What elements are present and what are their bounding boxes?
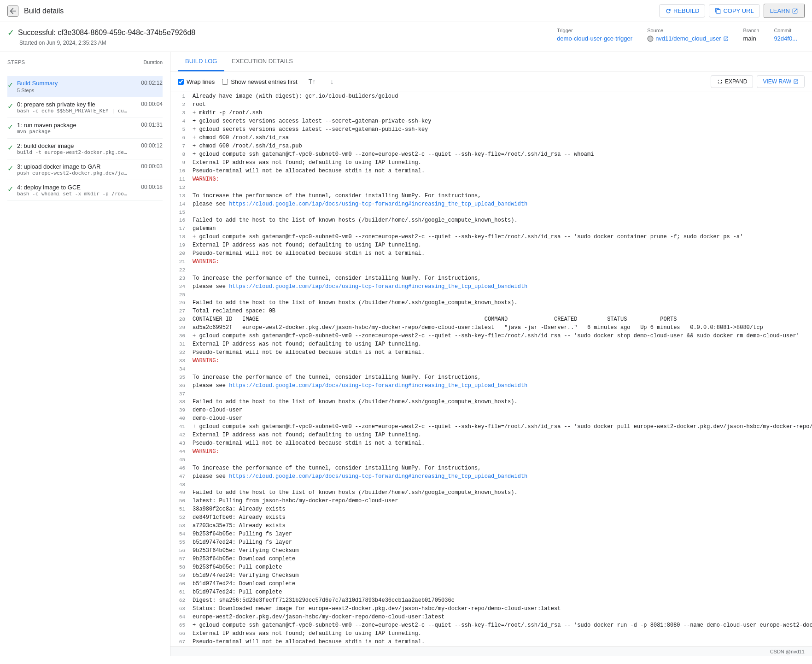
step-item[interactable]: ✓4: deploy image to GCEbash -c whoami se…	[7, 180, 163, 201]
step-item[interactable]: ✓1: run maven packagemvn package00:01:31	[7, 118, 163, 139]
source-link[interactable]: nvd11/demo_cloud_user	[647, 35, 728, 42]
log-link[interactable]: https://cloud.google.com/iap/docs/using-…	[229, 382, 527, 389]
line-number: 28	[170, 315, 189, 323]
line-text: 38a980f2cc8a: Already exists	[189, 505, 812, 513]
log-row: 27Total reclaimed space: 0B	[170, 307, 812, 315]
line-number: 36	[170, 382, 189, 390]
show-newest-checkbox[interactable]: Show newest entries first	[222, 78, 298, 85]
line-number: 61	[170, 588, 189, 596]
line-text: + gcloud compute ssh gateman@tf-vpc0-sub…	[189, 621, 812, 629]
step-duration: 00:00:03	[141, 163, 163, 170]
line-number: 65	[170, 621, 189, 629]
line-text: Pseudo-terminal will not be allocated be…	[189, 348, 812, 357]
line-number: 2	[170, 100, 189, 109]
step-item[interactable]: ✓0: prepare ssh private key filebash -c …	[7, 97, 163, 118]
line-text: b51d9747ed24: Verifying Checksum	[189, 571, 812, 580]
step-item[interactable]: ✓Build Summary5 Steps00:02:12	[7, 76, 163, 97]
step-duration: 00:00:12	[141, 142, 163, 149]
line-number: 52	[170, 513, 189, 522]
step-success-icon: ✓	[7, 81, 13, 89]
log-row: 63Status: Downloaded newer image for eur…	[170, 605, 812, 613]
line-number: 51	[170, 505, 189, 513]
wrap-lines-checkbox[interactable]: Wrap lines	[178, 78, 215, 85]
line-text: Digest: sha256:5d23e3fecff71231b29dcc57d…	[189, 596, 812, 605]
log-row: 32Pseudo-terminal will not be allocated …	[170, 348, 812, 357]
line-number: 47	[170, 472, 189, 481]
log-row: 36please see https://cloud.google.com/ia…	[170, 382, 812, 390]
log-row: 25	[170, 291, 812, 299]
line-number: 42	[170, 431, 189, 439]
view-raw-button[interactable]: VIEW RAW	[757, 75, 805, 88]
tab-build-log[interactable]: BUILD LOG	[178, 52, 224, 71]
nav-actions: REBUILD COPY URL LEARN	[659, 4, 805, 18]
line-text: Pseudo-terminal will not be allocated be…	[189, 638, 812, 646]
log-row: 22	[170, 266, 812, 274]
line-number: 48	[170, 481, 189, 489]
step-name: Build Summary	[17, 80, 137, 87]
font-increase-button[interactable]: T↑	[305, 76, 320, 87]
branch-meta: Branch main	[743, 28, 759, 42]
log-lines: 1Already have image (with digest): gcr.i…	[170, 92, 812, 646]
duration-header: Duration	[143, 59, 163, 71]
tab-execution-details[interactable]: EXECUTION DETAILS	[224, 52, 300, 71]
log-row: 39demo-cloud-user	[170, 406, 812, 414]
log-link[interactable]: https://cloud.google.com/iap/docs/using-…	[229, 473, 527, 480]
step-name: 4: deploy image to GCE	[17, 184, 137, 191]
log-content[interactable]: 1Already have image (with digest): gcr.i…	[170, 92, 812, 646]
line-number: 17	[170, 224, 189, 233]
line-number: 8	[170, 150, 189, 159]
line-text: + gcloud secrets versions access latest …	[189, 117, 812, 125]
log-row: 66External IP address was not found; def…	[170, 629, 812, 638]
log-link[interactable]: https://cloud.google.com/iap/docs/using-…	[229, 283, 527, 290]
line-text	[189, 208, 812, 217]
expand-button[interactable]: EXPAND	[711, 75, 753, 88]
line-text	[189, 266, 812, 274]
step-name: 2: build docker image	[17, 142, 137, 149]
learn-button[interactable]: LEARN	[764, 4, 805, 18]
line-text: b51d9747ed24: Pulling fs layer	[189, 538, 812, 546]
step-success-icon: ✓	[7, 102, 13, 111]
line-number: 16	[170, 216, 189, 224]
line-text: Pseudo-terminal will not be allocated be…	[189, 439, 812, 447]
line-text: latest: Pulling from jason-hsbc/my-docke…	[189, 497, 812, 505]
step-item[interactable]: ✓2: build docker imagebuild -t europe-we…	[7, 139, 163, 159]
line-number: 9	[170, 159, 189, 167]
line-number: 30	[170, 332, 189, 340]
font-decrease-button[interactable]: ↓	[327, 76, 337, 87]
line-number: 34	[170, 365, 189, 373]
line-text: + gcloud compute ssh gateman@tf-vpc0-sub…	[189, 150, 812, 159]
log-row: 26Failed to add the host to the list of …	[170, 299, 812, 307]
trigger-link[interactable]: demo-cloud-user-gce-trigger	[557, 35, 632, 42]
steps-list: ✓Build Summary5 Steps00:02:12✓0: prepare…	[7, 76, 163, 201]
commit-link[interactable]: 92d4f0...	[774, 35, 797, 42]
line-number: 62	[170, 596, 189, 605]
step-success-icon: ✓	[7, 164, 13, 173]
line-text: External IP address was not found; defau…	[189, 340, 812, 348]
copy-url-button[interactable]: COPY URL	[709, 4, 759, 18]
line-number: 22	[170, 266, 189, 274]
step-duration: 00:00:18	[141, 184, 163, 190]
build-status: Successful: cf3e3084-8609-459c-948c-374b…	[18, 29, 195, 37]
line-text: Failed to add the host to the list of kn…	[189, 488, 812, 497]
line-text: b51d9747ed24: Download complete	[189, 580, 812, 588]
log-row: 60b51d9747ed24: Download complete	[170, 580, 812, 588]
log-row: 23To increase the performance of the tun…	[170, 274, 812, 282]
log-row: 5138a980f2cc8a: Already exists	[170, 505, 812, 513]
log-row: 549b253f64b05e: Pulling fs layer	[170, 530, 812, 538]
back-button[interactable]	[7, 6, 18, 17]
step-item[interactable]: ✓3: upload docker image to GARpush europ…	[7, 159, 163, 180]
steps-panel: Steps Duration ✓Build Summary5 Steps00:0…	[0, 52, 170, 656]
log-link[interactable]: https://cloud.google.com/iap/docs/using-…	[229, 201, 527, 207]
line-text: europe-west2-docker.pkg.dev/jason-hsbc/m…	[189, 613, 812, 621]
log-row: 10Pseudo-terminal will not be allocated …	[170, 167, 812, 175]
line-number: 5	[170, 125, 189, 134]
line-number: 56	[170, 546, 189, 555]
line-text: + mkdir -p /root/.ssh	[189, 109, 812, 117]
rebuild-button[interactable]: REBUILD	[659, 4, 705, 18]
line-text: de849f1cfbe6: Already exists	[189, 513, 812, 522]
line-number: 11	[170, 175, 189, 183]
line-text: 9b253f64b05e: Verifying Checksum	[189, 546, 812, 555]
log-row: 61b51d9747ed24: Pull complete	[170, 588, 812, 596]
log-panel: BUILD LOG EXECUTION DETAILS Wrap lines S…	[170, 52, 812, 656]
status-banner: ✓ Successful: cf3e3084-8609-459c-948c-37…	[0, 22, 812, 52]
